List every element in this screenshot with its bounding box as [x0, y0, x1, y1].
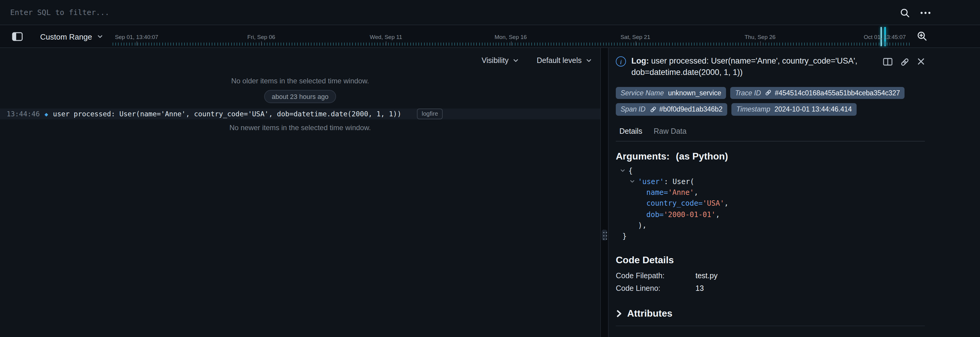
visibility-label: Visibility	[482, 56, 509, 65]
more-menu-icon[interactable]	[920, 11, 931, 14]
chevron-down-icon	[513, 57, 519, 64]
close-icon[interactable]	[917, 57, 925, 65]
code-token: '2000-01-01'	[664, 209, 716, 220]
log-row[interactable]: 13:44:46 ◆ user processed: User(name='An…	[0, 109, 600, 119]
code-token: ),	[638, 220, 647, 231]
collapse-caret-icon[interactable]	[630, 179, 638, 184]
relative-time-wrap: about 23 hours ago	[0, 90, 600, 103]
search-icon[interactable]	[900, 8, 910, 18]
app-window: Custom Range Sep 01, 13:40:07Fri, Sep 06…	[0, 0, 980, 337]
timeline-tick-label: Sep 01, 13:40:07	[115, 34, 158, 40]
copy-link-icon[interactable]	[900, 57, 909, 67]
timeline-track[interactable]: Sep 01, 13:40:07Fri, Sep 06Wed, Sep 11Mo…	[0, 25, 980, 47]
code-token: 'Anne'	[668, 187, 694, 198]
info-icon: i	[616, 56, 626, 67]
timeline-tick-mark	[885, 42, 885, 46]
detail-header: i Log: user processed: User(name='Anne',…	[616, 48, 925, 78]
log-timestamp: 13:44:46	[6, 110, 40, 118]
code-details-rows: Code Filepath:test.pyCode Lineno:13	[616, 270, 925, 295]
meta-badge-label: Service Name	[620, 89, 664, 97]
topbar-icons	[900, 0, 931, 25]
code-detail-value: test.py	[695, 272, 718, 280]
code-token: ,	[716, 209, 720, 220]
timeline-tick-label: Wed, Sep 11	[370, 34, 402, 40]
meta-badge: Trace ID#454514c0168a455a51bb4ceba354c32…	[730, 87, 905, 99]
detail-header-icons	[883, 56, 925, 78]
timeline-tick-mark	[261, 42, 262, 46]
code-token: country_code=	[646, 198, 703, 209]
code-token: ,	[694, 187, 698, 198]
code-details-heading: Code Details	[616, 254, 925, 265]
tab-raw-data[interactable]: Raw Data	[650, 123, 694, 141]
code-line: name='Anne',	[616, 187, 925, 198]
log-list-toolbar: Visibility Default levels	[0, 48, 600, 65]
timeline-tick-mark	[386, 42, 387, 46]
code-token: dob=	[646, 209, 664, 220]
code-line: 'user': User(	[616, 176, 925, 187]
timeline-bar: Custom Range Sep 01, 13:40:07Fri, Sep 06…	[0, 25, 980, 48]
log-scope-tag: logfire	[417, 109, 443, 119]
code-detail-value: 13	[695, 284, 704, 292]
meta-badge: Service Nameunknown_service	[616, 87, 726, 99]
section-divider	[616, 325, 925, 326]
meta-badge-value: 2024-10-01 13:44:46.414	[775, 105, 852, 113]
arguments-subtitle: (as Python)	[676, 151, 728, 161]
no-newer-note: No newer items in the selected time wind…	[0, 123, 600, 132]
link-icon[interactable]	[650, 106, 656, 113]
code-token: {	[628, 165, 633, 176]
detail-title-message: user processed: User(name='Anne', countr…	[632, 56, 858, 77]
log-level-diamond-icon: ◆	[45, 111, 48, 117]
sql-filter-bar	[0, 0, 980, 25]
arguments-title: Arguments:	[616, 151, 670, 161]
default-levels-label: Default levels	[537, 56, 582, 65]
timeline-tick-label: Sat, Sep 21	[620, 34, 650, 40]
detail-title: Log: user processed: User(name='Anne', c…	[632, 56, 883, 78]
link-icon[interactable]	[765, 89, 772, 96]
attributes-label: Attributes	[627, 308, 672, 319]
code-detail-row: Code Filepath:test.py	[616, 270, 925, 282]
log-list-panel: Visibility Default levels No older items…	[0, 48, 601, 337]
meta-badge: Timestamp2024-10-01 13:44:46.414	[732, 103, 857, 115]
code-token: : User(	[664, 176, 694, 187]
main-area: Visibility Default levels No older items…	[0, 48, 980, 337]
panel-divider[interactable]	[601, 48, 608, 337]
detail-kind-label: Log:	[632, 56, 649, 65]
visibility-dropdown[interactable]: Visibility	[482, 56, 519, 65]
code-line: {	[616, 165, 925, 176]
detail-panel: i Log: user processed: User(name='Anne',…	[608, 48, 980, 337]
panel-resize-handle[interactable]	[602, 230, 607, 240]
collapse-caret-icon[interactable]	[620, 168, 628, 173]
meta-badge-label: Trace ID	[735, 89, 761, 97]
timeline-tick-mark	[635, 42, 636, 46]
code-token: name=	[646, 187, 668, 198]
timeline-tick-label: Thu, Sep 26	[745, 34, 776, 40]
timeline-tick-label: Oct 01, 13:45:07	[864, 34, 906, 40]
meta-badge-label: Span ID	[620, 105, 646, 113]
zoom-in-icon[interactable]	[916, 30, 927, 42]
arguments-heading: Arguments: (as Python)	[616, 151, 925, 161]
chevron-down-icon	[586, 57, 592, 64]
timeline-tick-label: Mon, Sep 16	[495, 34, 527, 40]
timeline-tick-mark	[137, 42, 137, 46]
code-detail-row: Code Lineno:13	[616, 282, 925, 295]
meta-badges: Service Nameunknown_serviceTrace ID#4545…	[616, 78, 925, 116]
code-line: country_code='USA',	[616, 198, 925, 209]
meta-badge-value: unknown_service	[668, 89, 721, 97]
default-levels-dropdown[interactable]: Default levels	[537, 56, 592, 65]
timeline-axis	[113, 43, 912, 46]
relative-time-badge[interactable]: about 23 hours ago	[264, 90, 336, 103]
arguments-code: {'user': User(name='Anne',country_code='…	[616, 165, 925, 242]
chevron-right-icon	[616, 309, 622, 318]
code-token: 'user'	[638, 176, 664, 187]
no-older-note: No older items in the selected time wind…	[0, 77, 600, 85]
code-token: 'USA'	[703, 198, 724, 209]
code-token: ,	[724, 198, 729, 209]
timeline-tick-mark	[511, 42, 511, 46]
code-detail-label: Code Lineno:	[616, 284, 695, 292]
sql-filter-input[interactable]	[0, 0, 980, 25]
tab-details[interactable]: Details	[616, 123, 650, 141]
open-panel-icon[interactable]	[883, 57, 892, 66]
meta-badge-label: Timestamp	[736, 105, 770, 113]
attributes-toggle[interactable]: Attributes	[616, 308, 925, 319]
code-line: }	[616, 231, 925, 242]
